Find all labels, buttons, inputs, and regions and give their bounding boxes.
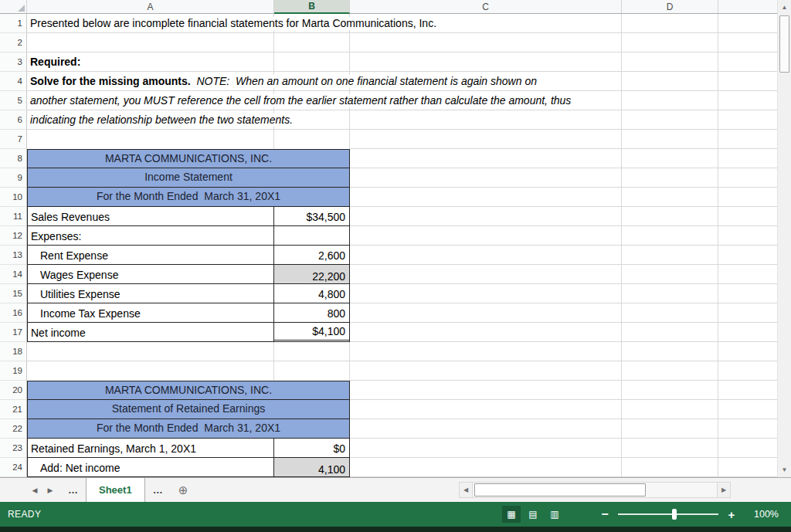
cell-D14[interactable] — [622, 265, 718, 284]
cell-D22[interactable] — [622, 419, 718, 439]
cell-C3[interactable] — [350, 53, 622, 72]
cell-D23[interactable] — [622, 439, 718, 458]
cell-D11[interactable] — [622, 207, 718, 226]
cell-D24[interactable] — [622, 458, 718, 477]
cell-C9[interactable] — [350, 168, 622, 188]
cell-A23[interactable]: Retained Earnings, March 1, 20X1 — [27, 439, 274, 458]
row-header-9[interactable]: 9 — [0, 168, 27, 188]
cell-D4[interactable] — [622, 72, 718, 91]
cell-C2[interactable] — [350, 33, 622, 53]
cell-A11[interactable]: Sales Revenues — [27, 207, 274, 226]
row-header-1[interactable]: 1 — [0, 14, 27, 33]
row-header-8[interactable]: 8 — [0, 149, 27, 168]
row-header-19[interactable]: 19 — [0, 361, 27, 381]
add-sheet-icon[interactable]: ⊕ — [178, 483, 188, 497]
cell-A14[interactable]: Wages Expense — [27, 265, 274, 284]
zoom-slider-thumb[interactable] — [672, 509, 677, 520]
cell-B2[interactable] — [274, 33, 350, 53]
cell-A9-B9-merged[interactable]: Income Statement — [27, 168, 350, 188]
cell-B15[interactable]: 4,800 — [274, 284, 350, 303]
row-header-16[interactable]: 16 — [0, 303, 27, 323]
column-header-B[interactable]: B — [274, 0, 350, 14]
cell-D1[interactable] — [622, 14, 718, 33]
cell-A24[interactable]: Add: Net income — [27, 458, 274, 477]
column-header-A[interactable]: A — [27, 0, 274, 14]
cell-A2[interactable] — [27, 33, 274, 53]
row-header-4[interactable]: 4 — [0, 72, 27, 91]
cell-C15[interactable] — [350, 284, 622, 303]
sheet-ellipsis-right[interactable]: … — [153, 484, 163, 496]
cell-C12[interactable] — [350, 226, 622, 246]
row-header-22[interactable]: 22 — [0, 419, 27, 439]
horizontal-scrollbar[interactable]: ◀ ▶ — [459, 482, 731, 498]
cell-B16[interactable]: 800 — [274, 303, 350, 323]
cell-D6[interactable] — [622, 110, 718, 130]
cell-C20[interactable] — [350, 381, 622, 400]
zoom-in-button[interactable]: + — [726, 508, 737, 521]
cell-A7[interactable] — [27, 130, 274, 149]
cell-B14[interactable]: 22,200 — [274, 265, 350, 284]
row-header-14[interactable]: 14 — [0, 265, 27, 284]
cell-A3[interactable]: Required: — [27, 53, 274, 72]
row-header-12[interactable]: 12 — [0, 226, 27, 246]
scroll-up-icon[interactable]: ▲ — [778, 1, 791, 14]
row-header-3[interactable]: 3 — [0, 53, 27, 72]
cell-C14[interactable] — [350, 265, 622, 284]
cell-A4[interactable]: Solve for the missing amounts. NOTE: Whe… — [27, 72, 274, 91]
cell-B24[interactable]: 4,100 — [274, 458, 350, 477]
cell-A13[interactable]: Rent Expense — [27, 246, 274, 265]
cell-D19[interactable] — [622, 361, 718, 381]
scroll-down-icon[interactable]: ▼ — [778, 463, 791, 476]
cell-D16[interactable] — [622, 303, 718, 323]
cell-A6[interactable]: indicating the relationship between the … — [27, 110, 274, 130]
cell-D8[interactable] — [622, 149, 718, 168]
cell-C10[interactable] — [350, 188, 622, 207]
cell-B11[interactable]: $34,500 — [274, 207, 350, 226]
h-scroll-thumb[interactable] — [474, 483, 646, 496]
cell-D3[interactable] — [622, 53, 718, 72]
cell-B13[interactable]: 2,600 — [274, 246, 350, 265]
cell-A1[interactable]: Presented below are incomplete financial… — [27, 14, 274, 33]
cell-A8-B8-merged[interactable]: MARTA COMMUNICATIONS, INC. — [27, 149, 350, 168]
cell-A15[interactable]: Utilities Expense — [27, 284, 274, 303]
cell-A19[interactable] — [27, 361, 274, 381]
vertical-scrollbar[interactable]: ▲ ▼ — [777, 0, 791, 477]
row-header-23[interactable]: 23 — [0, 439, 27, 458]
cell-D18[interactable] — [622, 342, 718, 361]
cell-D17[interactable] — [622, 323, 718, 342]
cell-D10[interactable] — [622, 188, 718, 207]
cell-C13[interactable] — [350, 246, 622, 265]
cell-A16[interactable]: Income Tax Expense — [27, 303, 274, 323]
cell-A5[interactable]: another statement, you MUST reference th… — [27, 91, 274, 110]
cell-A21-B21-merged[interactable]: Statement of Retained Earnings — [27, 400, 350, 419]
next-sheet-icon[interactable]: ▶ — [45, 486, 56, 494]
cell-C18[interactable] — [350, 342, 622, 361]
page-break-view-icon[interactable]: ▥ — [545, 506, 564, 523]
cell-C6[interactable] — [350, 110, 622, 130]
row-header-5[interactable]: 5 — [0, 91, 27, 110]
cell-D12[interactable] — [622, 226, 718, 246]
cell-C17[interactable] — [350, 323, 622, 342]
cell-C21[interactable] — [350, 400, 622, 419]
cell-C8[interactable] — [350, 149, 622, 168]
cell-D7[interactable] — [622, 130, 718, 149]
cell-D15[interactable] — [622, 284, 718, 303]
cell-B19[interactable] — [274, 361, 350, 381]
row-header-10[interactable]: 10 — [0, 188, 27, 207]
cell-C7[interactable] — [350, 130, 622, 149]
cell-A10-B10-merged[interactable]: For the Month Ended March 31, 20X1 — [27, 188, 350, 207]
cell-D13[interactable] — [622, 246, 718, 265]
column-header-C[interactable]: C — [350, 0, 622, 14]
normal-view-icon[interactable]: ▦ — [502, 506, 521, 523]
cell-A20-B20-merged[interactable]: MARTA COMMUNICATIONS, INC. — [27, 381, 350, 400]
prev-sheet-icon[interactable]: ◀ — [29, 486, 40, 494]
cell-A12[interactable]: Expenses: — [27, 226, 274, 246]
cell-D9[interactable] — [622, 168, 718, 188]
cell-D21[interactable] — [622, 400, 718, 419]
cell-C16[interactable] — [350, 303, 622, 323]
page-layout-view-icon[interactable]: ▤ — [524, 506, 542, 523]
cell-B23[interactable]: $0 — [274, 439, 350, 458]
h-scroll-track[interactable] — [473, 482, 717, 498]
row-header-20[interactable]: 20 — [0, 381, 27, 400]
row-header-11[interactable]: 11 — [0, 207, 27, 226]
